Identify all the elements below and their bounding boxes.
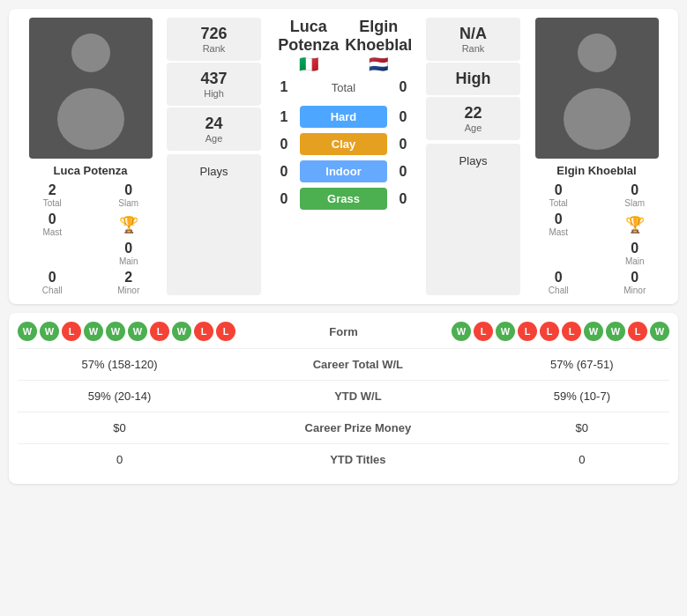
p1-form-badge-9: L [216, 322, 235, 341]
stats-p2-3: 0 [495, 444, 669, 476]
form-row: WWLWWWLWLL Form WLWLLLWWLW [18, 322, 669, 341]
p2-form-badge-9: W [650, 322, 669, 341]
stats-table: 57% (158-120) Career Total W/L 57% (67-5… [18, 348, 669, 475]
p1-form-badge-6: L [150, 322, 169, 341]
p1-form-badge-5: W [128, 322, 147, 341]
total-row: 1 Total 0 [273, 79, 414, 95]
player1-main: 0 [124, 241, 132, 256]
p2-form-badge-6: W [584, 322, 603, 341]
surface-score-p2-grass: 0 [392, 191, 414, 207]
surface-row-clay: 0 Clay 0 [273, 133, 414, 155]
player1-rank-value: 726 [170, 25, 258, 43]
p2-flag: 🇳🇱 [344, 55, 414, 74]
player2-slam: 0 [631, 182, 638, 198]
form-label: Form [329, 325, 358, 338]
svg-point-1 [57, 88, 124, 150]
p2-form-badge-0: W [452, 322, 471, 341]
p2-form-badge-4: L [540, 322, 559, 341]
player2-panel: Elgin Khoeblal 0 Total 0 Slam 0 Mast 🏆 0 [524, 18, 669, 295]
stats-label-2: Career Prize Money [221, 412, 495, 444]
player2-rank-value: N/A [429, 25, 517, 43]
player2-mast: 0 [555, 212, 563, 227]
p1-form-badge-1: W [40, 322, 59, 341]
p2-form-badge-7: W [606, 322, 625, 341]
p1-form-badge-2: L [62, 322, 81, 341]
p2-form-badge-5: L [562, 322, 581, 341]
p1-form-badge-8: L [194, 322, 213, 341]
player1-slam-label: Slam [118, 198, 138, 208]
player1-high-label: High [170, 88, 258, 99]
surface-row-hard: 1 Hard 0 [273, 106, 414, 128]
p1-form-badge-3: W [84, 322, 103, 341]
stats-p2-2: $0 [495, 412, 669, 444]
player2-main: 0 [631, 241, 638, 256]
stats-row-3: 0 YTD Titles 0 [18, 444, 669, 476]
player2-photo [535, 18, 659, 159]
svg-point-3 [564, 88, 631, 150]
player2-high-value: High [429, 70, 517, 88]
p1-form-badge-4: W [106, 322, 125, 341]
player1-trophy-icon: 🏆 [94, 212, 164, 237]
player1-chall-label: Chall [42, 286, 63, 295]
player2-minor: 0 [631, 270, 638, 286]
player2-trophy-icon: 🏆 [601, 212, 670, 237]
stats-row-2: $0 Career Prize Money $0 [18, 412, 669, 444]
p1-form-badge-0: W [18, 322, 37, 341]
center-section: Luca Potenza 🇮🇹 ElginKhoeblal 🇳🇱 1 Total… [265, 18, 422, 295]
player2-rank-box: N/A Rank [426, 18, 520, 61]
player2-total-label: Total [549, 198, 568, 208]
player2-minor-label: Minor [624, 286, 646, 295]
stats-label-0: Career Total W/L [221, 349, 495, 381]
player1-photo [29, 18, 153, 159]
stats-p2-1: 59% (10-7) [495, 381, 669, 412]
svg-point-0 [71, 33, 110, 72]
surface-score-p2-clay: 0 [392, 137, 414, 152]
player1-plays-box: Plays [167, 154, 261, 295]
player2-age-box: 22 Age [426, 97, 520, 140]
surface-score-p2-hard: 0 [392, 109, 414, 125]
p1-flag: 🇮🇹 [273, 55, 344, 74]
player1-main-label: Main [119, 256, 138, 266]
player2-name: Elgin Khoeblal [556, 164, 636, 177]
surface-badge-indoor: Indoor [300, 160, 387, 182]
p2-title-name: ElginKhoeblal [344, 18, 414, 55]
player1-chall: 0 [49, 270, 56, 286]
player1-high-value: 437 [170, 70, 258, 88]
total-score-p1: 1 [273, 79, 295, 95]
player1-name: Luca Potenza [54, 164, 128, 177]
player1-age-box: 24 Age [167, 108, 261, 151]
player1-form-badges: WWLWWWLWLL [18, 322, 235, 341]
stats-p1-2: $0 [18, 412, 221, 444]
player2-chall-label: Chall [549, 286, 569, 295]
surface-row-indoor: 0 Indoor 0 [273, 160, 414, 182]
svg-point-2 [578, 33, 616, 72]
player1-total-label: Total [43, 198, 62, 208]
player2-high-box: High [426, 63, 520, 95]
surface-badge-grass: Grass [300, 188, 387, 210]
p2-form-badge-8: L [628, 322, 647, 341]
p1-title-name: Luca Potenza [273, 18, 344, 55]
p2-form-badge-1: L [474, 322, 493, 341]
stats-row-1: 59% (20-14) YTD W/L 59% (10-7) [18, 381, 669, 412]
player1-panel: Luca Potenza 2 Total 0 Slam 0 Mast 🏆 0 M… [18, 18, 163, 295]
surface-row-grass: 0 Grass 0 [273, 188, 414, 210]
player1-mast: 0 [49, 212, 56, 227]
stats-p1-3: 0 [18, 444, 221, 476]
stats-row-0: 57% (158-120) Career Total W/L 57% (67-5… [18, 349, 669, 381]
p1-form-badge-7: W [172, 322, 191, 341]
player2-age-value: 22 [429, 104, 517, 122]
player2-middle-stats: N/A Rank High 22 Age Plays [422, 18, 524, 295]
player1-minor: 2 [124, 270, 132, 286]
player1-high-box: 437 High [167, 63, 261, 106]
player1-plays-label: Plays [170, 165, 258, 178]
surface-score-p1-indoor: 0 [273, 164, 295, 180]
p2-form-badge-3: L [518, 322, 537, 341]
surface-score-p2-indoor: 0 [392, 164, 414, 180]
stats-p1-1: 59% (20-14) [18, 381, 221, 412]
player1-stats: 2 Total 0 Slam 0 Mast 🏆 0 Main 0 [18, 182, 163, 295]
player2-plays-label: Plays [429, 154, 517, 167]
surface-score-p1-hard: 1 [273, 109, 295, 125]
player2-total: 0 [555, 182, 563, 198]
stats-p1-0: 57% (158-120) [18, 349, 221, 381]
surface-rows: 1 Hard 0 0 Clay 0 0 Indoor 0 0 Grass 0 [273, 106, 414, 210]
